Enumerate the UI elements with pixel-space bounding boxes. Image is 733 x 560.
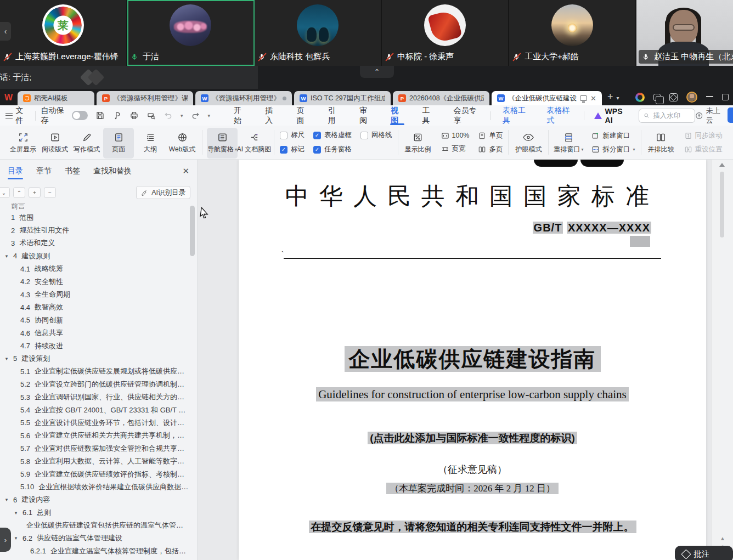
checkbox-table-border[interactable]: ✓表格虚框 xyxy=(313,131,352,140)
outline-item[interactable]: 4.5协同创新 xyxy=(0,314,189,326)
search-input[interactable] xyxy=(653,112,690,120)
outline-item[interactable]: 1范围 xyxy=(0,211,189,224)
tab-table-tools[interactable]: 表格工具 xyxy=(493,105,537,126)
outline-item[interactable]: 4.7持续改进 xyxy=(0,340,189,352)
outline-item[interactable]: 5.6企业宜建立供应链相关方共商共建共享机制，协同保障内... xyxy=(0,429,189,442)
command-search[interactable] xyxy=(639,109,695,123)
tab-reference[interactable]: 引用 xyxy=(319,105,350,126)
expand-all-button[interactable]: ⌃ xyxy=(13,187,25,198)
web-layout-button[interactable]: Web版式 xyxy=(167,128,198,159)
outline-item[interactable]: 4.1战略统筹 xyxy=(0,263,189,275)
close-pane-icon[interactable]: ✕ xyxy=(182,166,189,176)
ai-recognize-toc-button[interactable]: AI识别目录 xyxy=(136,186,190,199)
redo-icon[interactable] xyxy=(191,111,200,120)
outline-item[interactable]: 5.2企业宜设立跨部门的低碳供应链管理协调机制（如管理委... xyxy=(0,378,189,391)
outline-item[interactable]: 6.2.1企业宜建立温室气体核算管理制度，包括但不限于... xyxy=(0,545,189,557)
fullscreen-button[interactable]: 全屏显示 xyxy=(8,128,38,159)
tab-view[interactable]: 视图 xyxy=(381,105,413,126)
side-by-side-button[interactable]: 并排比较 xyxy=(646,128,676,159)
export-pdf-icon[interactable] xyxy=(112,111,122,120)
file-tab[interactable]: 稻壳AI模板 xyxy=(18,91,94,105)
wps-logo-icon[interactable]: W xyxy=(4,93,13,102)
file-tab[interactable]: W ISO TC 297国内工作组成 xyxy=(294,91,391,105)
page-width-button[interactable]: 页宽 xyxy=(441,144,470,154)
document-scrollbar[interactable]: ▲▪ xyxy=(711,160,733,560)
account-avatar[interactable] xyxy=(686,92,697,103)
outline-item[interactable]: 5.9企业宜建立低碳供应链绩效评价指标、考核制度和评价机... xyxy=(0,468,189,480)
upgrade-button-partial[interactable] xyxy=(728,108,733,123)
scrollbar-thumb[interactable] xyxy=(720,172,724,237)
expand-triangle-icon[interactable]: ▾ xyxy=(14,510,18,516)
print-icon[interactable] xyxy=(129,111,139,120)
collapse-strip-button[interactable]: ⌃ xyxy=(360,66,394,78)
outline-item[interactable]: 4.2安全韧性 xyxy=(0,275,189,288)
checkbox-ruler[interactable]: 标尺 xyxy=(280,131,305,140)
sidebar-tab-chapters[interactable]: 章节 xyxy=(36,166,52,176)
tab-list-chevron-icon[interactable]: ▾ xyxy=(616,95,619,101)
outline-item[interactable]: ▾6建设内容 xyxy=(0,494,189,506)
expand-triangle-icon[interactable]: ▾ xyxy=(4,497,9,502)
single-page-button[interactable]: 单页 xyxy=(478,131,503,140)
quickbar-chevron-icon[interactable]: ▾ xyxy=(208,113,211,118)
outline-item[interactable]: ▾4建设原则 xyxy=(0,250,189,262)
tab-insert[interactable]: 插入 xyxy=(256,105,287,126)
zoom-ratio-button[interactable]: 显示比例 xyxy=(403,128,433,159)
workspace-icon[interactable] xyxy=(669,93,678,101)
scroll-up-arrow[interactable] xyxy=(719,163,725,167)
theme-icon[interactable] xyxy=(635,93,645,102)
sidebar-scrollbar-thumb[interactable] xyxy=(190,206,195,256)
zoom-100-button[interactable]: 100% xyxy=(441,132,470,140)
read-mode-button[interactable]: 阅读版式 xyxy=(40,128,70,159)
undo-chevron-icon[interactable]: ▾ xyxy=(181,113,183,118)
file-tab[interactable]: W 《资源循环利用管理》课程 xyxy=(195,91,292,105)
sidebar-tab-find-replace[interactable]: 查找和替换 xyxy=(93,166,132,176)
autosave-toggle[interactable] xyxy=(72,111,88,120)
sidebar-expand-handle[interactable]: › xyxy=(0,528,11,552)
file-tab[interactable]: P 《资源循环利用管理》课程体 xyxy=(97,91,193,105)
checkbox-task-pane[interactable]: ✓任务窗格 xyxy=(313,145,352,154)
outline-item[interactable]: 2规范性引用文件 xyxy=(0,224,189,236)
wps-ai-button[interactable]: WPS AI xyxy=(587,107,633,125)
checkbox-marks[interactable]: ✓标记 xyxy=(280,145,305,154)
new-tab-button[interactable]: + xyxy=(607,91,613,103)
expand-triangle-icon[interactable]: ▾ xyxy=(4,253,9,259)
tab-table-style[interactable]: 表格样式 xyxy=(537,105,581,126)
outline-item[interactable]: ▾5建设策划 xyxy=(0,352,189,365)
close-tab-icon[interactable]: ✕ xyxy=(590,94,596,103)
tab-review[interactable]: 审阅 xyxy=(350,105,381,126)
participant-tile-video[interactable]: 赵洁玉 中物再生（北京 xyxy=(636,0,733,66)
write-mode-button[interactable]: 写作模式 xyxy=(71,128,102,159)
outline-item[interactable]: ▾6.2供应链的温室气体管理建设 xyxy=(0,532,189,545)
participant-tile[interactable]: 中标院 - 徐秉声 xyxy=(382,0,509,66)
promote-button[interactable]: + xyxy=(29,187,41,198)
tab-home[interactable]: 开始 xyxy=(224,105,256,126)
collapse-all-button[interactable]: ⌄ xyxy=(0,187,10,198)
outline-item[interactable]: 5.7企业宜对供应链数据加强安全管控和合规共享，建立数据... xyxy=(0,442,189,455)
file-menu[interactable]: 文件 xyxy=(5,106,30,126)
outline-item[interactable]: 前言 xyxy=(0,203,189,211)
tabs-overview-icon[interactable] xyxy=(653,94,661,101)
tab-page[interactable]: 页面 xyxy=(287,105,319,126)
outline-item[interactable]: 5.5企业宜设计供应链业务环节，包括计划、设计、研发、采... xyxy=(0,416,189,429)
comment-button[interactable]: 批注 xyxy=(675,546,733,560)
participant-tile[interactable]: 东陆科技 包辉兵 xyxy=(255,0,382,66)
sidebar-tab-bookmarks[interactable]: 书签 xyxy=(65,166,80,176)
tab-tools[interactable]: 工具 xyxy=(413,105,444,126)
multi-page-button[interactable]: 多页 xyxy=(478,145,503,154)
checkbox-gridlines[interactable]: 网格线 xyxy=(360,131,392,140)
ai-mindmap-button[interactable]: AI 文档脑图 xyxy=(239,128,269,159)
outline-item[interactable]: 5.8企业宜利用大数据、云计算、人工智能等数字化技术，参... xyxy=(0,455,189,467)
outline-item[interactable]: 4.4数智高效 xyxy=(0,301,189,314)
print-preview-icon[interactable] xyxy=(146,111,156,120)
save-icon[interactable] xyxy=(95,111,105,120)
minimize-button[interactable] xyxy=(706,96,713,97)
outline-item[interactable]: 4.6信息共享 xyxy=(0,327,189,340)
split-window-button[interactable]: 拆分窗口▾ xyxy=(591,145,635,154)
outline-mode-button[interactable]: 大纲 xyxy=(135,128,166,159)
tab-member[interactable]: 会员专享 xyxy=(444,105,488,126)
participant-tile[interactable]: 上海莱巍爵Leverage-瞿伟锋 xyxy=(0,0,127,66)
outline-item[interactable]: 5.10企业宜根据绩效评价结果建立低碳供应商数据库和供应... xyxy=(0,480,189,493)
rearrange-windows-button[interactable]: 重排窗口▾ xyxy=(553,128,584,159)
outline-item[interactable]: 企业低碳供应链建设宜包括供应链的温室气体管理建设及企... xyxy=(0,519,189,531)
participant-tile-speaking[interactable]: 于洁 xyxy=(127,0,255,66)
